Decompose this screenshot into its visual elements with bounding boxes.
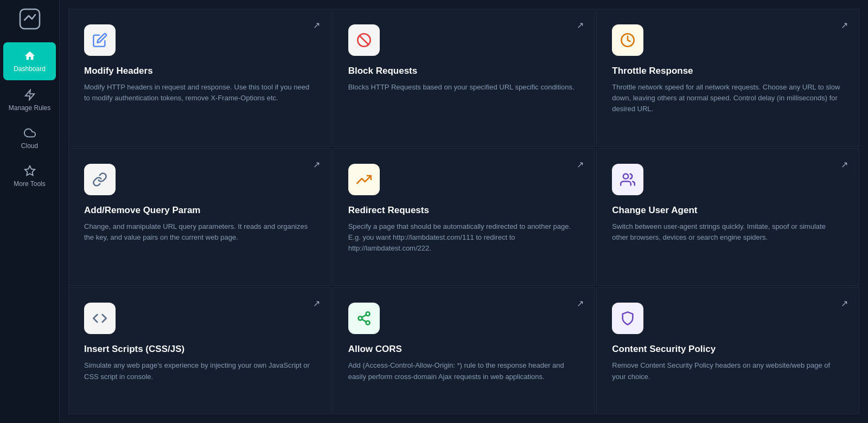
tool-title-throttle-response: Throttle Response (612, 66, 844, 76)
tool-desc-change-user-agent: Switch between user-agent strings quickl… (612, 221, 844, 243)
sidebar-item-dashboard-label: Dashboard (14, 65, 46, 73)
sidebar-item-dashboard[interactable]: Dashboard (3, 42, 56, 80)
tool-icon-change-user-agent (612, 164, 643, 195)
tool-card-allow-cors[interactable]: ↗ Allow CORS Add (Access-Control-Allow-O… (333, 287, 596, 414)
tool-desc-block-requests: Blocks HTTP Requests based on your speci… (348, 82, 580, 93)
tool-desc-allow-cors: Add (Access-Control-Allow-Origin: *) rul… (348, 360, 580, 382)
tool-card-insert-scripts[interactable]: ↗ Insert Scripts (CSS/JS) Simulate any w… (68, 287, 331, 414)
svg-rect-0 (20, 9, 40, 29)
tool-icon-block-requests (348, 24, 380, 56)
tool-icon-redirect-requests (348, 164, 380, 195)
tool-card-redirect-requests[interactable]: ↗ Redirect Requests Specify a page that … (333, 148, 596, 286)
tool-title-allow-cors: Allow CORS (348, 344, 580, 355)
svg-marker-2 (24, 166, 34, 175)
expand-icon-modify-headers: ↗ (313, 20, 320, 30)
expand-icon-redirect-requests: ↗ (577, 159, 584, 170)
svg-line-11 (362, 315, 366, 318)
expand-icon-throttle-response: ↗ (841, 20, 848, 30)
tool-title-insert-scripts: Insert Scripts (CSS/JS) (84, 344, 316, 355)
tool-title-add-remove-query: Add/Remove Query Param (84, 205, 316, 216)
tool-icon-content-security (612, 303, 643, 334)
expand-icon-change-user-agent: ↗ (841, 159, 848, 170)
sidebar-item-more-tools-label: More Tools (14, 180, 45, 188)
tool-desc-insert-scripts: Simulate any web page's experience by in… (84, 360, 316, 382)
tool-title-redirect-requests: Redirect Requests (348, 205, 580, 216)
tool-desc-modify-headers: Modify HTTP headers in request and respo… (84, 82, 316, 104)
tool-card-add-remove-query[interactable]: ↗ Add/Remove Query Param Change, and man… (68, 148, 331, 286)
expand-icon-allow-cors: ↗ (577, 298, 584, 309)
sidebar-item-more-tools[interactable]: More Tools (0, 157, 59, 195)
tool-title-change-user-agent: Change User Agent (612, 205, 844, 216)
expand-icon-add-remove-query: ↗ (313, 159, 320, 170)
tool-desc-add-remove-query: Change, and manipulate URL query paramet… (84, 221, 316, 243)
expand-icon-content-security: ↗ (841, 298, 848, 309)
sidebar: Dashboard Manage Rules Cloud More Tools (0, 0, 60, 423)
tool-icon-modify-headers (84, 24, 116, 56)
sidebar-item-manage-rules[interactable]: Manage Rules (0, 81, 59, 119)
tool-title-modify-headers: Modify Headers (84, 66, 316, 76)
svg-marker-1 (25, 90, 34, 100)
tool-icon-add-remove-query (84, 164, 116, 195)
main-content: 🌙 ↗ Modify Headers Modify HTTP headers i… (60, 0, 868, 423)
tool-desc-throttle-response: Throttle network speed for all network r… (612, 82, 844, 114)
tool-icon-insert-scripts (84, 303, 116, 334)
tool-desc-redirect-requests: Specify a page that should be automatica… (348, 221, 580, 254)
tool-icon-throttle-response (612, 24, 643, 56)
tool-card-change-user-agent[interactable]: ↗ Change User Agent Switch between user-… (596, 148, 859, 286)
app-logo (16, 5, 43, 33)
svg-line-4 (359, 36, 368, 44)
sidebar-item-manage-rules-label: Manage Rules (9, 104, 50, 112)
svg-line-10 (362, 319, 366, 322)
tool-title-block-requests: Block Requests (348, 66, 580, 76)
tool-icon-allow-cors (348, 303, 380, 334)
tool-card-block-requests[interactable]: ↗ Block Requests Blocks HTTP Requests ba… (333, 9, 596, 147)
tool-card-modify-headers[interactable]: ↗ Modify Headers Modify HTTP headers in … (68, 9, 331, 147)
expand-icon-block-requests: ↗ (577, 20, 584, 30)
tools-grid: ↗ Modify Headers Modify HTTP headers in … (68, 9, 859, 414)
sidebar-item-cloud-label: Cloud (21, 142, 38, 150)
sidebar-item-cloud[interactable]: Cloud (0, 119, 59, 157)
tool-card-throttle-response[interactable]: ↗ Throttle Response Throttle network spe… (596, 9, 859, 147)
tool-desc-content-security: Remove Content Security Policy headers o… (612, 360, 844, 382)
expand-icon-insert-scripts: ↗ (313, 298, 320, 309)
tool-title-content-security: Content Security Policy (612, 344, 844, 355)
svg-point-6 (623, 174, 628, 178)
tool-card-content-security[interactable]: ↗ Content Security Policy Remove Content… (596, 287, 859, 414)
